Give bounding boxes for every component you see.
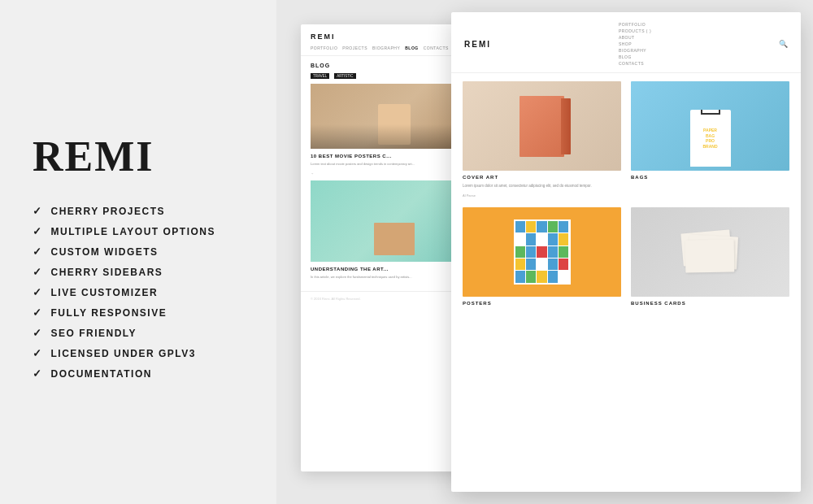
portfolio-header: REMI PORTFOLIOPRODUCTS ( )AboutShopBIOGR… (451, 12, 801, 73)
portfolio-grid: COVER ART Lorem ipsum dolor sit amet, co… (451, 73, 801, 314)
portfolio-nav-item[interactable]: About (619, 35, 651, 40)
portfolio-item-cover-art: COVER ART Lorem ipsum dolor sit amet, co… (463, 81, 621, 198)
blog-nav-item[interactable]: PROJECTS (342, 46, 367, 50)
feature-item: ✓LICENSED UNDER GPLV3 (33, 347, 252, 359)
cover-art-desc: Lorem ipsum dolor sit amet, consectetur … (463, 184, 621, 189)
cover-art-image (463, 81, 621, 171)
bags-visual: PAPERBAGPROBRAND (631, 81, 789, 171)
portfolio-item-posters: POSTERS (463, 207, 621, 306)
feature-label: CUSTOM WIDGETS (51, 246, 159, 258)
biz-card-3 (685, 239, 734, 272)
portfolio-nav: PORTFOLIOPRODUCTS ( )AboutShopBIOGRAPHYB… (619, 22, 651, 66)
check-icon: ✓ (33, 225, 43, 237)
search-icon[interactable]: 🔍 (779, 40, 788, 48)
poster-cell (537, 259, 546, 270)
right-panel: REMI PORTFOLIOPROJECTSBIOGRAPHYBLOGCONTA… (276, 0, 813, 504)
feature-label: DOCUMENTATION (51, 368, 152, 380)
portfolio-nav-item[interactable]: BIOGRAPHY (619, 48, 651, 53)
blog-nav-item[interactable]: PORTFOLIO (311, 46, 337, 50)
portfolio-item-business-cards: BUSINESS CARDS (631, 207, 789, 306)
poster-cell (548, 259, 558, 270)
poster-cell (559, 233, 568, 245)
poster-cell (559, 246, 568, 258)
feature-label: CHERRY SIDEBARS (51, 267, 163, 278)
check-icon: ✓ (33, 327, 43, 339)
feature-label: FULLY RESPONSIVE (51, 307, 167, 319)
feature-label: SEO FRIENDLY (51, 328, 137, 339)
feature-item: ✓CHERRY PROJECTS (33, 205, 252, 217)
feature-label: MULTIPLE LAYOUT OPTIONS (51, 226, 216, 237)
blog-tag-2: ARTISTIC (334, 73, 355, 79)
portfolio-nav-item[interactable]: PORTFOLIO (619, 22, 651, 27)
left-panel: REMI ✓CHERRY PROJECTS✓MULTIPLE LAYOUT OP… (0, 0, 276, 504)
poster-cell (548, 233, 558, 245)
feature-label: LICENSED UNDER GPLV3 (51, 348, 196, 359)
blog-nav-item[interactable]: BIOGRAPHY (372, 46, 400, 50)
poster-cell (515, 233, 525, 245)
portfolio-nav-item[interactable]: Shop (619, 41, 651, 46)
cardboard-decoration (374, 223, 415, 255)
cover-art-author: Al Paese (463, 193, 621, 198)
feature-label: CHERRY PROJECTS (51, 206, 166, 217)
feature-item: ✓LIVE CUSTOMIZER (33, 286, 252, 298)
portfolio-item-bags: PAPERBAGPROBRAND BAGS (631, 81, 789, 198)
poster-cell (537, 221, 546, 232)
paper-bag-decoration: PAPERBAGPROBRAND (690, 110, 731, 167)
poster-cell (537, 271, 546, 282)
posters-visual (463, 207, 621, 297)
poster-cell (515, 221, 525, 232)
book-decoration (520, 96, 564, 157)
blog-nav-item[interactable]: CONTACTS (424, 46, 449, 50)
brand-title: REMI (33, 133, 252, 180)
feature-item: ✓FULLY RESPONSIVE (33, 306, 252, 319)
check-icon: ✓ (33, 245, 43, 258)
bags-image: PAPERBAGPROBRAND (631, 81, 789, 171)
poster-cell (515, 271, 525, 282)
business-cards-visual (631, 207, 789, 297)
portfolio-nav-item[interactable]: CONTACTS (619, 61, 651, 66)
poster-cell (548, 221, 558, 232)
portfolio-nav-item[interactable]: BLOG (619, 54, 651, 59)
cover-art-visual (463, 81, 621, 171)
check-icon: ✓ (33, 205, 43, 217)
feature-item: ✓CUSTOM WIDGETS (33, 245, 252, 258)
blog-nav-item[interactable]: BLOG (405, 46, 418, 50)
poster-cell (537, 246, 546, 258)
poster-cell (526, 271, 536, 282)
bags-label: BAGS (631, 175, 789, 180)
feature-item: ✓CHERRY SIDEBARS (33, 266, 252, 278)
poster-cell (526, 233, 536, 245)
blog-tag-1: TRAVEL (311, 73, 329, 79)
poster-cell (537, 233, 546, 245)
business-cards-decoration (682, 232, 739, 272)
poster-cell (526, 259, 536, 270)
poster-cell (515, 246, 525, 258)
portfolio-brand: REMI (464, 40, 491, 49)
business-cards-label: BUSINESS CARDS (631, 301, 789, 306)
poster-grid-decoration (514, 219, 571, 285)
poster-cell (559, 221, 568, 232)
portfolio-nav-item[interactable]: PRODUCTS ( ) (619, 28, 651, 33)
posters-image (463, 207, 621, 297)
portfolio-mockup: REMI PORTFOLIOPRODUCTS ( )AboutShopBIOGR… (451, 12, 801, 492)
feature-item: ✓DOCUMENTATION (33, 367, 252, 380)
feature-item: ✓MULTIPLE LAYOUT OPTIONS (33, 225, 252, 237)
bag-text: PAPERBAGPROBRAND (701, 126, 719, 150)
feature-item: ✓SEO FRIENDLY (33, 327, 252, 339)
check-icon: ✓ (33, 347, 43, 359)
posters-label: POSTERS (463, 301, 621, 306)
check-icon: ✓ (33, 306, 43, 319)
cover-art-label: COVER ART (463, 175, 621, 180)
poster-cell (526, 246, 536, 258)
poster-cell (559, 259, 568, 270)
check-icon: ✓ (33, 367, 43, 380)
poster-cell (548, 271, 558, 282)
business-cards-image (631, 207, 789, 297)
poster-cell (559, 271, 568, 282)
feature-label: LIVE CUSTOMIZER (51, 287, 159, 298)
poster-cell (515, 259, 525, 270)
poster-cell (526, 221, 536, 232)
check-icon: ✓ (33, 266, 43, 278)
features-list: ✓CHERRY PROJECTS✓MULTIPLE LAYOUT OPTIONS… (33, 205, 252, 380)
poster-cell (548, 246, 558, 258)
